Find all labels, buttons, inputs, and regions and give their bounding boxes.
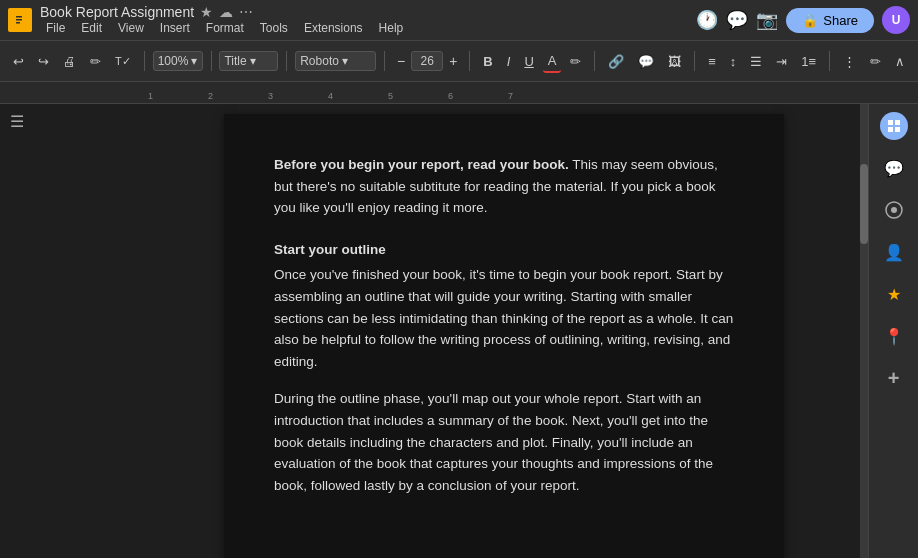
sidebar-icon-star[interactable]: ★ <box>880 280 908 308</box>
font-dropdown-icon: ▾ <box>342 54 348 68</box>
title-bar: Book Report Assignment ★ ☁ ⋯ File Edit V… <box>0 0 918 40</box>
bold-button[interactable]: B <box>478 51 497 72</box>
hamburger-menu[interactable]: ☰ <box>10 113 24 130</box>
zoom-value: 100% <box>158 54 189 68</box>
zoom-dropdown-icon: ▾ <box>191 54 197 68</box>
font-value: Roboto <box>300 54 339 68</box>
menu-tools[interactable]: Tools <box>254 20 294 36</box>
menu-help[interactable]: Help <box>373 20 410 36</box>
separator-5 <box>469 51 470 71</box>
doc-icon <box>8 8 32 32</box>
drive-icon[interactable]: ☁ <box>219 4 233 20</box>
separator-2 <box>211 51 212 71</box>
svg-rect-8 <box>895 127 900 132</box>
section1-title: Start your outline <box>274 239 734 261</box>
style-dropdown-icon: ▾ <box>250 54 256 68</box>
separator-6 <box>594 51 595 71</box>
sidebar-icon-chat[interactable]: 💬 <box>880 154 908 182</box>
document-area: Before you begin your report, read your … <box>148 104 860 558</box>
spellcheck-button[interactable]: T✓ <box>110 52 136 71</box>
section1-body: Once you've finished your book, it's tim… <box>274 264 734 372</box>
menu-edit[interactable]: Edit <box>75 20 108 36</box>
svg-rect-7 <box>888 127 893 132</box>
paint-format-button[interactable]: ✏ <box>85 51 106 72</box>
menu-insert[interactable]: Insert <box>154 20 196 36</box>
toolbar: ↩ ↪ 🖨 ✏ T✓ 100% ▾ Title ▾ Roboto ▾ − + B… <box>0 40 918 82</box>
numbered-list-button[interactable]: 1≡ <box>796 51 821 72</box>
print-button[interactable]: 🖨 <box>58 51 81 72</box>
page[interactable]: Before you begin your report, read your … <box>224 114 784 558</box>
menu-file[interactable]: File <box>40 20 71 36</box>
font-select[interactable]: Roboto ▾ <box>295 51 376 71</box>
toolbar-right: 🕐 💬 📷 🔒 Share U <box>696 6 910 34</box>
zoom-select[interactable]: 100% ▾ <box>153 51 203 71</box>
italic-button[interactable]: I <box>502 51 516 72</box>
main-area: ☰ Before you begin your report, read you… <box>0 104 918 558</box>
left-sidebar: ☰ <box>0 104 148 558</box>
ruler-mark-6: 6 <box>448 91 453 101</box>
paint-2-button[interactable]: ✏ <box>865 51 886 72</box>
scroll-thumb[interactable] <box>860 164 868 244</box>
sidebar-icon-map[interactable]: 📍 <box>880 322 908 350</box>
separator-7 <box>694 51 695 71</box>
ruler-mark-7: 7 <box>508 91 513 101</box>
sidebar-icon-sheets[interactable] <box>880 112 908 140</box>
font-size-input[interactable] <box>411 51 443 71</box>
menu-format[interactable]: Format <box>200 20 250 36</box>
more-options-button[interactable]: ⋮ <box>838 51 861 72</box>
collapse-toolbar-button[interactable]: ∧ <box>890 51 910 72</box>
doc-title[interactable]: Book Report Assignment <box>40 4 194 20</box>
line-spacing-button[interactable]: ↕ <box>725 51 742 72</box>
indent-button[interactable]: ⇥ <box>771 51 792 72</box>
separator-8 <box>829 51 830 71</box>
align-button[interactable]: ≡ <box>703 51 721 72</box>
ruler-content: 1 2 3 4 5 6 7 <box>148 82 770 103</box>
svg-rect-5 <box>888 120 893 125</box>
link-button[interactable]: 🔗 <box>603 51 629 72</box>
share-button[interactable]: 🔒 Share <box>786 8 874 33</box>
svg-rect-2 <box>16 19 22 21</box>
separator-4 <box>384 51 385 71</box>
section2-body: During the outline phase, you'll map out… <box>274 388 734 496</box>
redo-button[interactable]: ↪ <box>33 51 54 72</box>
vertical-scrollbar[interactable] <box>860 104 868 558</box>
chat-icon[interactable]: 💬 <box>726 9 748 31</box>
star-icon[interactable]: ★ <box>200 4 213 20</box>
menu-extensions[interactable]: Extensions <box>298 20 369 36</box>
ruler-mark-5: 5 <box>388 91 393 101</box>
svg-rect-6 <box>895 120 900 125</box>
ruler-mark-4: 4 <box>328 91 333 101</box>
share-label: Share <box>823 13 858 28</box>
first-paragraph-bold: Before you begin your report, read your … <box>274 157 569 172</box>
first-paragraph: Before you begin your report, read your … <box>274 154 734 219</box>
image-button[interactable]: 🖼 <box>663 51 686 72</box>
user-avatar[interactable]: U <box>882 6 910 34</box>
font-size-area: − + <box>393 51 461 71</box>
meet-icon[interactable]: 📷 <box>756 9 778 31</box>
svg-rect-1 <box>16 16 22 18</box>
comment-button[interactable]: 💬 <box>633 51 659 72</box>
list-button[interactable]: ☰ <box>745 51 767 72</box>
sidebar-icon-camera[interactable] <box>880 196 908 224</box>
svg-point-10 <box>891 207 897 213</box>
sidebar-icon-people[interactable]: 👤 <box>880 238 908 266</box>
text-color-button[interactable]: A <box>543 50 562 73</box>
font-size-decrease[interactable]: − <box>393 51 409 71</box>
ruler-mark-0: 1 <box>148 91 153 101</box>
ruler-mark-2: 2 <box>208 91 213 101</box>
lock-icon: 🔒 <box>802 13 818 28</box>
svg-rect-3 <box>16 22 20 24</box>
menu-view[interactable]: View <box>112 20 150 36</box>
sidebar-icon-add[interactable]: + <box>880 364 908 392</box>
undo-button[interactable]: ↩ <box>8 51 29 72</box>
menu-bar: File Edit View Insert Format Tools Exten… <box>40 20 688 36</box>
highlight-button[interactable]: ✏ <box>565 51 586 72</box>
underline-button[interactable]: U <box>519 51 538 72</box>
more-icon[interactable]: ⋯ <box>239 4 253 20</box>
font-size-increase[interactable]: + <box>445 51 461 71</box>
right-sidebar: 💬 👤 ★ 📍 + <box>868 104 918 558</box>
history-icon[interactable]: 🕐 <box>696 9 718 31</box>
separator-1 <box>144 51 145 71</box>
ruler: 1 2 3 4 5 6 7 <box>0 82 918 104</box>
style-select[interactable]: Title ▾ <box>219 51 278 71</box>
